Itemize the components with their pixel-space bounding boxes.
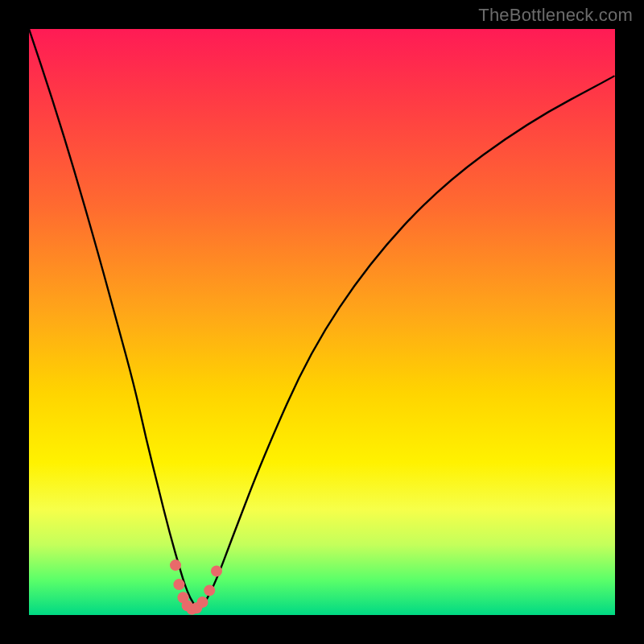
trough-point: [170, 559, 181, 571]
bottleneck-curve: [29, 29, 615, 608]
trough-point: [173, 579, 184, 590]
trough-point: [211, 565, 222, 576]
trough-markers: [170, 559, 222, 615]
plot-area: [29, 29, 615, 615]
chart-frame: TheBottleneck.com: [0, 0, 644, 644]
watermark-text: TheBottleneck.com: [478, 5, 633, 26]
trough-point: [197, 597, 208, 608]
curve-layer: [29, 29, 615, 615]
trough-point: [204, 584, 215, 596]
